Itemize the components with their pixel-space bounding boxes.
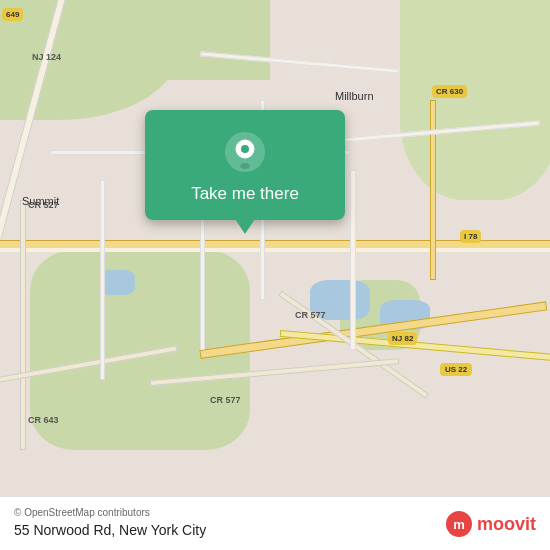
green-area-ne (400, 0, 550, 200)
water-3 (100, 270, 135, 295)
label-cr527: CR 527 (28, 200, 59, 210)
road-cr630 (430, 100, 436, 280)
map-container: NJ 124 CR 527 CR 643 CR 577 CR 577 649 I… (0, 0, 550, 550)
road-local-7 (350, 170, 356, 350)
shield-649: 649 (2, 8, 23, 21)
water-1 (310, 280, 370, 320)
road-local-2 (100, 180, 105, 380)
label-summit: Summit (22, 195, 59, 207)
moovit-brand-name: moovit (477, 514, 536, 535)
road-i78-center (0, 248, 550, 252)
svg-point-4 (241, 145, 249, 153)
shield-i78: I 78 (460, 230, 481, 243)
moovit-logo: m moovit (445, 510, 536, 538)
svg-text:m: m (453, 517, 465, 532)
shield-nj82: NJ 82 (388, 332, 417, 345)
location-pin-icon (223, 130, 267, 174)
bottom-bar: © OpenStreetMap contributors 55 Norwood … (0, 496, 550, 550)
svg-point-3 (240, 163, 250, 169)
label-millburn: Millburn (335, 90, 374, 102)
green-area-n (150, 0, 270, 80)
road-local-3 (200, 200, 205, 350)
shield-us22: US 22 (440, 363, 472, 376)
take-me-there-button[interactable]: Take me there (145, 110, 345, 220)
road-cr527 (20, 200, 26, 450)
moovit-brand-icon: m (445, 510, 473, 538)
shield-cr630: CR 630 (432, 85, 467, 98)
map-background: NJ 124 CR 527 CR 643 CR 577 CR 577 649 I… (0, 0, 550, 550)
popup-label: Take me there (191, 184, 299, 204)
